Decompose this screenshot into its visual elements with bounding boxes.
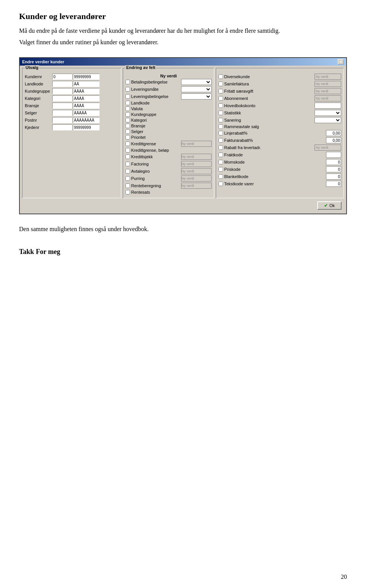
checkbox-rentesats[interactable] <box>125 190 130 194</box>
label-prioritet: Prioritet <box>131 135 212 140</box>
utvalg-to-kjedenr[interactable] <box>73 124 100 130</box>
utvalg-to-bransje[interactable] <box>73 103 100 109</box>
checkbox-prioritet[interactable] <box>125 135 130 140</box>
select-leveringsmate[interactable] <box>181 86 212 92</box>
utvalg-to-kategori[interactable] <box>73 95 100 101</box>
utvalg-from-kundegruppe[interactable] <box>52 88 72 94</box>
utvalg-to-postnr[interactable] <box>73 117 100 123</box>
input-momskode[interactable] <box>326 159 341 165</box>
input-kredittsjekk[interactable] <box>181 154 212 160</box>
checkbox-tekstkode[interactable] <box>218 182 223 186</box>
checkbox-blankettkode[interactable] <box>218 174 223 179</box>
utvalg-from-bransje[interactable] <box>52 103 72 109</box>
checkbox-leveringsmate[interactable] <box>125 87 130 92</box>
checkbox-samlefaktura[interactable] <box>218 82 223 86</box>
checkbox-diversekunde[interactable] <box>218 74 223 79</box>
checkbox-kredittsjekk[interactable] <box>125 154 130 159</box>
checkbox-selger-e[interactable] <box>125 129 130 134</box>
checkbox-purring[interactable] <box>125 176 130 181</box>
input-tekstkode[interactable] <box>326 181 341 187</box>
nyverdi-row-diversekunde: Diversekunde <box>218 74 341 80</box>
checkbox-kategori-e[interactable] <box>125 118 130 122</box>
utvalg-from-kundernr[interactable] <box>52 74 72 80</box>
input-fakturarabatt[interactable] <box>326 137 341 143</box>
nyverdi-row-fraktkode: Fraktkode <box>218 152 341 158</box>
checkbox-kredittgrense[interactable] <box>125 141 130 146</box>
nyverdi-row-hovedbokskonto: Hovedbokskonto <box>218 103 341 109</box>
input-fritatt[interactable] <box>315 88 341 94</box>
checkbox-rammeavtale[interactable] <box>218 124 223 129</box>
select-betalingsbetingelse[interactable] <box>181 79 212 85</box>
input-renteberegning[interactable] <box>181 183 212 189</box>
utvalg-to-kundegruppe[interactable] <box>73 88 100 94</box>
select-sanering[interactable] <box>315 117 341 123</box>
utvalg-from-postnr[interactable] <box>52 117 72 123</box>
label-factoring: Factoring <box>131 162 181 166</box>
label-hovedbokskonto: Hovedbokskonto <box>224 103 315 108</box>
page-number: 20 <box>341 574 347 580</box>
input-abonnement[interactable] <box>315 95 341 101</box>
checkbox-landkode-e[interactable] <box>125 101 130 105</box>
checkbox-valuta[interactable] <box>125 106 130 111</box>
checkbox-sanering[interactable] <box>218 118 223 122</box>
endring-row-avtalegiro: Avtalegiro <box>125 168 212 174</box>
checkbox-kundegruppe-e[interactable] <box>125 112 130 117</box>
input-purring[interactable] <box>181 175 212 182</box>
label-rabatt: Rabatt fra levertadr. <box>224 145 315 150</box>
checkbox-fakturarabatt[interactable] <box>218 138 223 143</box>
input-factoring[interactable] <box>181 161 212 167</box>
nyverdi-col-header: Ny verdi <box>125 74 212 78</box>
checkbox-avtalegiro[interactable] <box>125 169 130 174</box>
checkbox-statistikk[interactable] <box>218 111 223 115</box>
checkbox-abonnement[interactable] <box>218 96 223 101</box>
label-tekstkode: Tekstkode varer <box>224 182 326 186</box>
close-button[interactable]: × <box>338 59 344 64</box>
checkbox-factoring[interactable] <box>125 162 130 166</box>
ok-check-icon: ✔ <box>324 203 328 208</box>
checkbox-momskode[interactable] <box>218 160 223 164</box>
checkbox-fritatt[interactable] <box>218 89 223 93</box>
utvalg-to-selger[interactable] <box>73 110 100 116</box>
select-statistikk[interactable] <box>315 110 341 116</box>
input-avtalegiro[interactable] <box>181 168 212 174</box>
checkbox-hovedbokskonto[interactable] <box>218 103 223 108</box>
input-diversekunde[interactable] <box>315 74 341 80</box>
label-linjerabatt: Linjerabatt% <box>224 131 326 135</box>
select-leveringsbetingelse[interactable] <box>181 93 212 100</box>
input-priskode[interactable] <box>326 166 341 172</box>
utvalg-to-kundernr[interactable] <box>73 74 100 80</box>
utvalg-row-postnr: Postnr <box>25 117 119 123</box>
checkbox-rabatt[interactable] <box>218 145 223 150</box>
utvalg-from-kjedenr[interactable] <box>52 124 72 130</box>
input-samlefaktura[interactable] <box>315 81 341 87</box>
checkbox-leveringsbetingelse[interactable] <box>125 94 130 99</box>
input-linjerabatt[interactable] <box>326 130 341 136</box>
utvalg-label-selger: Selger <box>25 111 52 115</box>
input-kredittgrense[interactable] <box>181 141 212 147</box>
utvalg-from-landkode[interactable] <box>52 81 72 87</box>
utvalg-label-kjedenr: Kjedenr <box>25 125 52 130</box>
label-priskode: Priskode <box>224 167 326 172</box>
checkbox-priskode[interactable] <box>218 167 223 172</box>
ok-button[interactable]: ✔ Ok <box>317 201 342 210</box>
intro-paragraph-2: Valget finner du under rutiner på kunder… <box>19 39 347 46</box>
input-rabatt[interactable] <box>315 145 341 151</box>
utvalg-title: Utvalg <box>25 65 39 70</box>
utvalg-to-landkode[interactable] <box>73 81 100 87</box>
checkbox-betalingsbetingelse[interactable] <box>125 80 130 84</box>
checkbox-fraktkode[interactable] <box>218 153 223 157</box>
checkbox-kredittgrense-belop[interactable] <box>125 148 130 153</box>
utvalg-from-selger[interactable] <box>52 110 72 116</box>
label-valuta: Valuta <box>131 106 212 111</box>
utvalg-from-kategori[interactable] <box>52 95 72 101</box>
checkbox-bransje-e[interactable] <box>125 124 130 128</box>
label-fraktkode: Fraktkode <box>224 153 326 157</box>
input-fraktkode[interactable] <box>326 152 341 158</box>
label-bransje-e: Bransje <box>131 124 212 128</box>
utvalg-label-landkode: Landkode <box>25 82 52 86</box>
checkbox-renteberegning[interactable] <box>125 183 130 188</box>
checkbox-linjerabatt[interactable] <box>218 131 223 135</box>
input-blankettkode[interactable] <box>326 174 341 180</box>
nyverdi-row-momskode: Momskode <box>218 159 341 165</box>
input-hovedbokskonto[interactable] <box>315 103 341 109</box>
